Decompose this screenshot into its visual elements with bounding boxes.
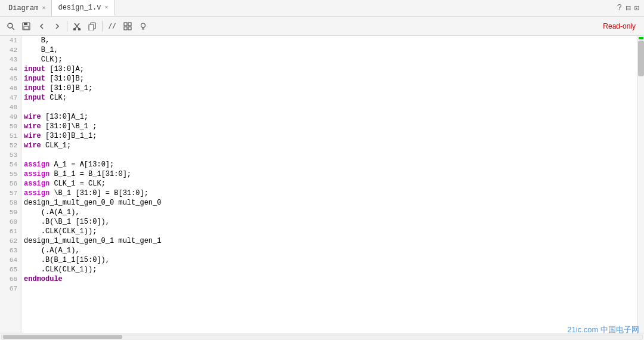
line-number: 51 xyxy=(0,131,21,141)
svg-point-0 xyxy=(8,23,13,28)
line-number: 60 xyxy=(0,217,21,227)
save-button[interactable] xyxy=(19,19,33,33)
line-number: 61 xyxy=(0,227,21,236)
line-number: 64 xyxy=(0,255,21,265)
copy-button[interactable] xyxy=(85,19,100,33)
code-line: wire [13:0]A_1; xyxy=(24,112,634,122)
line-number: 62 xyxy=(0,236,21,246)
line-number: 59 xyxy=(0,208,21,217)
code-line: input [31:0]B_1; xyxy=(24,84,634,93)
svg-rect-4 xyxy=(24,26,29,29)
line-number: 56 xyxy=(0,179,21,188)
read-only-label: Read-only xyxy=(603,22,640,30)
line-number: 54 xyxy=(0,160,21,169)
line-number: 52 xyxy=(0,141,21,150)
horizontal-scrollbar[interactable] xyxy=(0,333,644,340)
line-number: 50 xyxy=(0,122,21,131)
line-number: 47 xyxy=(0,93,21,103)
line-number: 65 xyxy=(0,265,21,274)
svg-line-1 xyxy=(13,27,15,30)
code-line: wire CLK_1; xyxy=(24,141,634,150)
code-line: .B(B_1_1[15:0]), xyxy=(24,255,634,265)
svg-rect-11 xyxy=(124,23,127,26)
code-line: (.A(A_1), xyxy=(24,246,634,255)
line-number: 42 xyxy=(0,45,21,55)
tab-design1v[interactable]: design_1.v ✕ xyxy=(52,0,114,16)
svg-point-15 xyxy=(141,23,145,27)
tab-design1v-close[interactable]: ✕ xyxy=(104,5,108,11)
code-line: .B(\B_1 [15:0]), xyxy=(24,217,634,227)
tab-diagram-label: Diagram xyxy=(8,4,38,13)
code-line: (.A(A_1), xyxy=(24,208,634,217)
code-line: .CLK(CLK_1)); xyxy=(24,265,634,274)
editor-content: 4142434445464748495051525354555657585960… xyxy=(0,36,644,333)
line-number: 58 xyxy=(0,198,21,208)
code-line: CLK); xyxy=(24,55,634,64)
code-line: input [31:0]B; xyxy=(24,74,634,84)
code-line xyxy=(24,150,634,160)
code-line: input [13:0]A; xyxy=(24,64,634,74)
svg-rect-3 xyxy=(24,23,27,25)
svg-rect-14 xyxy=(128,27,131,30)
back-button[interactable] xyxy=(35,19,49,33)
toolbar-sep-2 xyxy=(102,21,103,32)
svg-rect-10 xyxy=(89,24,94,30)
svg-rect-13 xyxy=(124,27,127,30)
help-icon[interactable]: ? xyxy=(617,3,622,13)
svg-point-8 xyxy=(79,28,80,30)
title-bar: Diagram ✕ design_1.v ✕ ? ⊟ ⊡ xyxy=(0,0,644,17)
code-line: design_1_mult_gen_0_1 mult_gen_1 xyxy=(24,236,634,246)
line-number: 67 xyxy=(0,284,21,293)
line-number: 57 xyxy=(0,188,21,198)
line-number: 48 xyxy=(0,103,21,112)
code-line: assign A_1 = A[13:0]; xyxy=(24,160,634,169)
svg-point-7 xyxy=(74,28,76,30)
code-line: wire [31:0]\B_1 ; xyxy=(24,122,634,131)
toolbar-sep-1 xyxy=(67,21,67,32)
code-line: design_1_mult_gen_0_0 mult_gen_0 xyxy=(24,198,634,208)
tab-diagram[interactable]: Diagram ✕ xyxy=(2,0,52,16)
code-line: B_1, xyxy=(24,45,634,55)
line-number: 66 xyxy=(0,274,21,284)
toolbar: // Read-only xyxy=(0,17,644,36)
code-line: endmodule xyxy=(24,274,634,284)
title-bar-actions: ? ⊟ ⊡ xyxy=(617,3,642,13)
code-line: .CLK(CLK_1)); xyxy=(24,227,634,236)
code-line: B, xyxy=(24,36,634,45)
tab-design1v-label: design_1.v xyxy=(58,4,101,12)
code-line: assign CLK_1 = CLK; xyxy=(24,179,634,188)
code-line: wire [31:0]B_1_1; xyxy=(24,131,634,141)
svg-rect-12 xyxy=(128,23,131,26)
line-number: 43 xyxy=(0,55,21,64)
hscrollbar-track[interactable] xyxy=(1,335,643,339)
hscrollbar-thumb[interactable] xyxy=(3,335,122,339)
line-number: 44 xyxy=(0,64,21,74)
line-number: 45 xyxy=(0,74,21,84)
maximize-icon[interactable]: ⊡ xyxy=(634,3,639,13)
code-line: assign B_1_1 = B_1[31:0]; xyxy=(24,169,634,179)
scrollbar-indicator xyxy=(639,37,643,39)
line-numbers: 4142434445464748495051525354555657585960… xyxy=(0,36,21,333)
code-area[interactable]: B, B_1, CLK);input [13:0]A;input [31:0]B… xyxy=(21,36,637,333)
editor-container: 4142434445464748495051525354555657585960… xyxy=(0,36,644,340)
code-line xyxy=(24,103,634,112)
line-number: 41 xyxy=(0,36,21,45)
code-line: input CLK; xyxy=(24,93,634,103)
vertical-scrollbar[interactable] xyxy=(637,36,644,333)
cut-button[interactable] xyxy=(70,19,84,33)
line-number: 63 xyxy=(0,246,21,255)
line-number: 53 xyxy=(0,150,21,160)
tab-diagram-close[interactable]: ✕ xyxy=(42,5,45,11)
search-button[interactable] xyxy=(4,19,18,33)
minimize-icon[interactable]: ⊟ xyxy=(626,3,630,13)
block-button[interactable] xyxy=(120,19,135,33)
line-number: 49 xyxy=(0,112,21,122)
scrollbar-thumb[interactable] xyxy=(638,41,644,76)
comment-button[interactable]: // xyxy=(105,19,119,33)
forward-button[interactable] xyxy=(50,19,64,33)
code-line: assign \B_1 [31:0] = B[31:0]; xyxy=(24,188,634,198)
bulb-button[interactable] xyxy=(136,19,150,33)
code-line xyxy=(24,284,634,293)
line-number: 55 xyxy=(0,169,21,179)
line-number: 46 xyxy=(0,84,21,93)
